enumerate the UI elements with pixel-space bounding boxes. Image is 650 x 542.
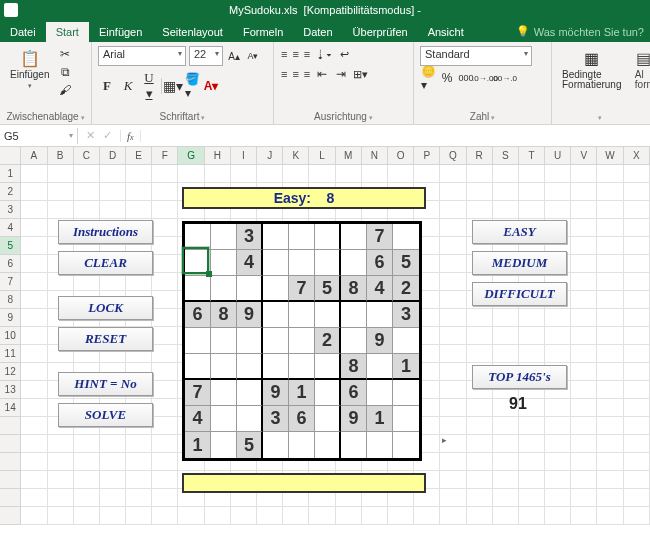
grid-cell[interactable] <box>126 201 152 219</box>
grid-cell[interactable] <box>440 165 466 183</box>
sudoku-cell[interactable] <box>341 302 367 328</box>
grid-cell[interactable] <box>597 201 623 219</box>
grid-cell[interactable] <box>493 327 519 345</box>
copy-icon[interactable]: ⧉ <box>57 64 73 80</box>
sudoku-cell[interactable] <box>315 380 341 406</box>
grid-cell[interactable] <box>21 417 47 435</box>
grid-cell[interactable] <box>414 507 440 525</box>
grid-cell[interactable] <box>74 489 100 507</box>
row-header[interactable]: 6 <box>0 255 21 273</box>
sudoku-cell[interactable]: 8 <box>341 354 367 380</box>
col-header[interactable]: V <box>571 147 597 164</box>
grid-cell[interactable] <box>571 435 597 453</box>
grid-cell[interactable] <box>100 489 126 507</box>
grid-cell[interactable] <box>152 219 178 237</box>
grid-cell[interactable] <box>21 489 47 507</box>
grid-cell[interactable] <box>597 273 623 291</box>
row-header[interactable]: 11 <box>0 345 21 363</box>
grid-cell[interactable] <box>21 345 47 363</box>
grid-cell[interactable] <box>362 165 388 183</box>
grid-cell[interactable] <box>126 165 152 183</box>
grid-cell[interactable] <box>205 507 231 525</box>
sudoku-cell[interactable] <box>367 380 393 406</box>
grid-cell[interactable] <box>624 255 650 273</box>
decrease-decimal-icon[interactable]: .00→.0 <box>496 70 512 86</box>
sudoku-cell[interactable] <box>315 432 341 458</box>
grid-cell[interactable] <box>440 255 466 273</box>
col-header[interactable]: H <box>205 147 231 164</box>
row-header[interactable] <box>0 417 21 435</box>
grid-cell[interactable] <box>467 489 493 507</box>
grid-cell[interactable] <box>545 399 571 417</box>
grid-cell[interactable] <box>624 471 650 489</box>
tab-ansicht[interactable]: Ansicht <box>418 22 474 42</box>
grid-cell[interactable] <box>597 489 623 507</box>
grid-cell[interactable] <box>597 399 623 417</box>
row-header[interactable] <box>0 507 21 525</box>
grid-cell[interactable] <box>571 291 597 309</box>
sudoku-cell[interactable] <box>211 354 237 380</box>
grid-cell[interactable] <box>152 237 178 255</box>
grid-cell[interactable] <box>48 471 74 489</box>
grid-cell[interactable] <box>152 417 178 435</box>
row-header[interactable]: 12 <box>0 363 21 381</box>
sudoku-cell[interactable]: 7 <box>367 224 393 250</box>
grid-cell[interactable] <box>440 489 466 507</box>
sudoku-cell[interactable] <box>341 250 367 276</box>
cancel-fx-icon[interactable]: ✕ <box>86 129 95 142</box>
grid-cell[interactable] <box>571 381 597 399</box>
sudoku-cell[interactable] <box>211 328 237 354</box>
grid-cell[interactable] <box>440 399 466 417</box>
sudoku-cell[interactable]: 9 <box>237 302 263 328</box>
grid-cell[interactable] <box>545 327 571 345</box>
paste-button[interactable]: 📋 Einfügen ▾ <box>6 46 53 92</box>
grid-cell[interactable] <box>519 435 545 453</box>
sudoku-cell[interactable] <box>393 432 419 458</box>
grid-cell[interactable] <box>519 345 545 363</box>
grid-cell[interactable] <box>21 435 47 453</box>
grid-cell[interactable] <box>624 435 650 453</box>
grid-cell[interactable] <box>74 453 100 471</box>
btn-hint-no[interactable]: HINT = No <box>58 372 153 396</box>
sudoku-cell[interactable] <box>211 380 237 406</box>
grid-cell[interactable] <box>571 201 597 219</box>
sudoku-cell[interactable]: 7 <box>289 276 315 302</box>
grid-cell[interactable] <box>545 435 571 453</box>
sudoku-cell[interactable]: 1 <box>185 432 211 458</box>
grid-cell[interactable] <box>74 273 100 291</box>
grid-cell[interactable] <box>440 417 466 435</box>
tab-formeln[interactable]: Formeln <box>233 22 293 42</box>
sudoku-cell[interactable]: 8 <box>211 302 237 328</box>
grid-cell[interactable] <box>74 165 100 183</box>
grid-cell[interactable] <box>493 507 519 525</box>
grid-cell[interactable] <box>152 255 178 273</box>
row-header[interactable]: 2 <box>0 183 21 201</box>
row-header[interactable]: 7 <box>0 273 21 291</box>
grid-cell[interactable] <box>545 489 571 507</box>
row-header[interactable] <box>0 471 21 489</box>
tab-datei[interactable]: Datei <box>0 22 46 42</box>
row-header[interactable]: 8 <box>0 291 21 309</box>
grid-cell[interactable] <box>126 273 152 291</box>
grid-cell[interactable] <box>571 273 597 291</box>
sudoku-cell[interactable] <box>263 224 289 250</box>
grid-cell[interactable] <box>126 507 152 525</box>
grid-cell[interactable] <box>467 201 493 219</box>
grid-cell[interactable] <box>74 471 100 489</box>
italic-button[interactable]: K <box>119 78 137 94</box>
grid-cell[interactable] <box>48 165 74 183</box>
grid-cell[interactable] <box>571 417 597 435</box>
row-header[interactable] <box>0 435 21 453</box>
grid-cell[interactable] <box>519 309 545 327</box>
grid-cell[interactable] <box>493 345 519 363</box>
grid-cell[interactable] <box>231 165 257 183</box>
grid-cell[interactable] <box>440 471 466 489</box>
sudoku-cell[interactable] <box>289 224 315 250</box>
grid-cell[interactable] <box>21 507 47 525</box>
grid-cell[interactable] <box>21 399 47 417</box>
btn-medium[interactable]: MEDIUM <box>472 251 567 275</box>
grid-cell[interactable] <box>126 453 152 471</box>
grid-cell[interactable] <box>597 255 623 273</box>
grid-cell[interactable] <box>152 471 178 489</box>
grid-cell[interactable] <box>597 471 623 489</box>
